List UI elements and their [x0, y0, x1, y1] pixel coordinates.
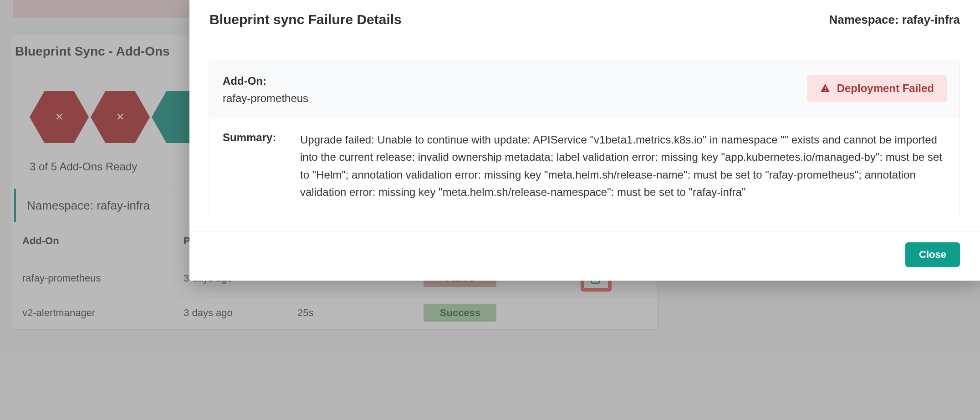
modal-title: Blueprint sync Failure Details — [209, 12, 402, 27]
summary-label: Summary: — [223, 131, 282, 201]
warning-icon — [820, 83, 831, 94]
svg-rect-2 — [825, 90, 826, 91]
summary-row: Summary: Upgrade failed: Unable to conti… — [210, 118, 960, 217]
info-top-row: Add-On: rafay-prometheus Deployment Fail… — [210, 61, 960, 118]
svg-rect-1 — [825, 87, 826, 89]
addon-label: Add-On: — [223, 75, 308, 87]
info-box: Add-On: rafay-prometheus Deployment Fail… — [209, 61, 960, 217]
summary-text: Upgrade failed: Unable to continue with … — [300, 131, 947, 201]
deployment-failed-badge: Deployment Failed — [807, 75, 947, 102]
deployment-failed-text: Deployment Failed — [837, 82, 934, 95]
failure-details-modal: Blueprint sync Failure Details Namespace… — [189, 0, 980, 281]
modal-header: Blueprint sync Failure Details Namespace… — [189, 0, 980, 44]
modal-footer: Close — [189, 231, 980, 281]
modal-body: Add-On: rafay-prometheus Deployment Fail… — [189, 44, 980, 231]
modal-namespace: Namespace: rafay-infra — [829, 13, 960, 27]
close-button[interactable]: Close — [905, 242, 960, 267]
addon-name: rafay-prometheus — [223, 92, 308, 105]
